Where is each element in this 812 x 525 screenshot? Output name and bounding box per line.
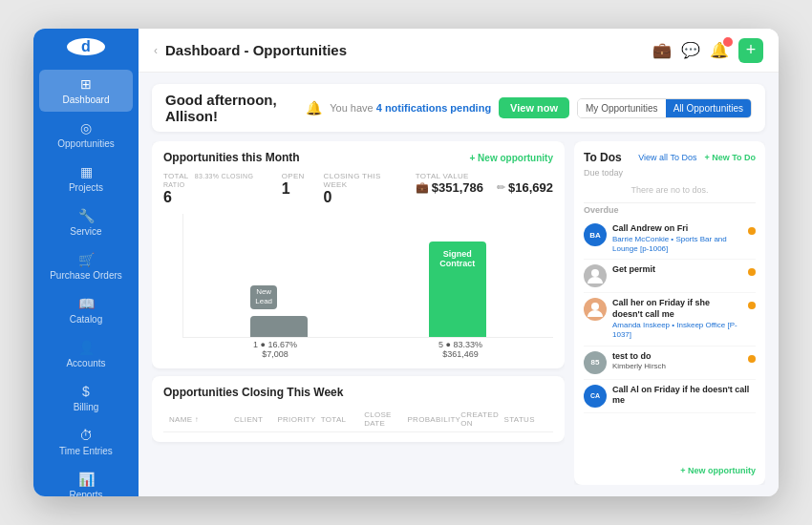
col-client: CLIENT <box>234 410 277 428</box>
sidebar-item-label: Service <box>70 226 101 237</box>
logo[interactable]: d <box>67 38 105 55</box>
accounts-icon: 👤 <box>78 340 95 355</box>
todo-sub-4: Kimberly Hirsch <box>612 362 742 371</box>
bar-signed-contract: SignedContract <box>429 242 486 337</box>
left-panel: Opportunities this Month + New opportuni… <box>152 141 565 485</box>
bar2-pct: 5 ● 83.33% <box>438 340 482 349</box>
new-todo-link[interactable]: + New To Do <box>704 153 756 162</box>
todo-content-3: Call her on Friday if she doesn't call m… <box>612 298 742 340</box>
svg-point-1 <box>591 303 599 310</box>
all-opportunities-tab[interactable]: All Opportunities <box>666 99 751 117</box>
opportunities-panel-title: Opportunities this Month <box>163 151 300 164</box>
stat-total: TOTAL 83.33% CLOSING RATIO 6 <box>163 172 263 206</box>
view-now-button[interactable]: View now <box>499 97 569 118</box>
bar-new-lead-label: NewLead <box>250 285 277 309</box>
todo-sub-3: Amanda Inskeep • Inskeep Office [P-1037] <box>612 321 742 341</box>
person-icon <box>584 264 607 287</box>
col-total: TOTAL <box>321 410 364 428</box>
topbar-actions: 💼 💬 🔔 + <box>652 38 763 63</box>
sidebar-item-label: Accounts <box>66 358 105 368</box>
bar-chart: NewLead SignedContract <box>182 214 553 338</box>
col-status: STATUS <box>504 410 547 428</box>
todo-item-4: 85 test to do Kimberly Hirsch <box>584 346 756 380</box>
briefcase-small-icon: 💼 <box>416 181 429 194</box>
todo-dot-3 <box>748 302 756 309</box>
todo-avatar-5: CA <box>584 385 607 408</box>
no-todos-text: There are no to dos. <box>584 181 756 200</box>
content-area: Good afternoon, Allison! 🔔 You have 4 no… <box>139 73 779 496</box>
bar1-amount: $7,008 <box>253 349 297 359</box>
closing-panel: Opportunities Closing This Week NAME ↑ C… <box>152 376 565 442</box>
chart-inner: NewLead SignedContract <box>183 218 553 337</box>
purchase-orders-icon: 🛒 <box>78 252 95 267</box>
catalog-icon: 📖 <box>78 296 95 311</box>
bar1-footer: 1 ● 16.67% $7,008 <box>253 340 297 359</box>
bar2-footer: 5 ● 83.33% $361,469 <box>438 340 482 359</box>
closing-panel-header: Opportunities Closing This Week <box>163 386 553 399</box>
todo-avatar-3 <box>584 298 607 321</box>
col-created-on: CREATED ON <box>460 410 503 428</box>
sidebar-item-reports[interactable]: 📊 Reports <box>39 465 133 496</box>
sidebar-item-time-entries[interactable]: ⏱ Time Entries <box>39 421 133 463</box>
todo-name-4: test to do <box>612 351 742 363</box>
edit-icon: ✏ <box>497 181 505 194</box>
greeting-bar: Good afternoon, Allison! 🔔 You have 4 no… <box>152 84 765 132</box>
todos-title: To Dos <box>584 151 638 164</box>
todo-dot-1 <box>748 227 756 235</box>
two-column-layout: Opportunities this Month + New opportuni… <box>152 141 765 485</box>
closing-panel-title: Opportunities Closing This Week <box>163 386 343 399</box>
bar-signed-contract-bar: SignedContract <box>429 242 486 337</box>
sidebar-item-label: Catalog <box>70 314 102 325</box>
opportunities-panel-header: Opportunities this Month + New opportuni… <box>163 151 553 164</box>
todo-name-2: Get permit <box>612 264 742 276</box>
overdue-label: Overdue <box>584 205 756 215</box>
stat-open: OPEN 1 <box>282 172 305 206</box>
logo-text: d <box>81 38 91 55</box>
bell-badge <box>723 37 733 47</box>
todo-name-1: Call Andrew on Fri <box>612 223 742 235</box>
chart-footers: 1 ● 16.67% $7,008 5 ● 83.33% $361,469 <box>182 340 553 359</box>
todo-content-5: Call Al on Friday if he doesn't call me <box>612 385 756 407</box>
chat-icon[interactable]: 💬 <box>681 41 700 59</box>
service-icon: 🔧 <box>78 208 95 223</box>
open-label: OPEN <box>282 172 305 180</box>
new-opportunity-bottom-link[interactable]: + New opportunity <box>584 466 756 475</box>
right-panel: To Dos View all To Dos + New To Do Due t… <box>574 141 765 485</box>
dashboard-icon: ⊞ <box>80 76 92 92</box>
todos-header: To Dos View all To Dos + New To Do <box>584 151 756 164</box>
sidebar-item-label: Dashboard <box>63 94 110 105</box>
total-value: 6 <box>163 189 263 206</box>
new-opportunity-link-top[interactable]: + New opportunity <box>470 153 554 163</box>
add-button[interactable]: + <box>738 38 763 63</box>
todos-view-all-link[interactable]: View all To Dos <box>638 153 696 162</box>
bar2-amount: $361,469 <box>438 349 482 359</box>
billing-icon: $ <box>82 384 90 399</box>
todo-avatar-2 <box>584 264 607 287</box>
amount1: $351,786 <box>432 180 483 195</box>
person-icon-3 <box>584 298 607 321</box>
sidebar-item-accounts[interactable]: 👤 Accounts <box>39 333 133 375</box>
sidebar-item-purchase-orders[interactable]: 🛒 Purchase Orders <box>39 245 133 287</box>
todo-name-3: Call her on Friday if she doesn't call m… <box>612 298 742 320</box>
todos-panel: To Dos View all To Dos + New To Do Due t… <box>574 141 765 485</box>
amount2-item: ✏ $16,692 <box>497 180 553 195</box>
due-today-label: Due today <box>584 168 756 178</box>
main-window: d ⊞ Dashboard ◎ Opportunities ▦ Projects… <box>33 29 779 496</box>
amount1-item: 💼 $351,786 <box>416 180 483 195</box>
todo-avatar-4: 85 <box>584 351 607 374</box>
sidebar-item-billing[interactable]: $ Billing <box>39 377 133 419</box>
sidebar: d ⊞ Dashboard ◎ Opportunities ▦ Projects… <box>33 29 139 496</box>
sidebar-item-opportunities[interactable]: ◎ Opportunities <box>39 114 133 156</box>
todo-content-1: Call Andrew on Fri Barrie McConkie • Spo… <box>612 223 742 254</box>
notification-text: You have 4 notifications pending <box>330 102 491 114</box>
todo-content-4: test to do Kimberly Hirsch <box>612 351 742 372</box>
col-probability: PROBABILITY <box>407 410 460 428</box>
todo-item-2: Get permit <box>584 260 756 293</box>
sidebar-item-projects[interactable]: ▦ Projects <box>39 158 133 200</box>
sidebar-item-catalog[interactable]: 📖 Catalog <box>39 289 133 331</box>
briefcase-icon[interactable]: 💼 <box>652 41 672 59</box>
sidebar-item-dashboard[interactable]: ⊞ Dashboard <box>39 70 133 112</box>
bell-icon[interactable]: 🔔 <box>710 41 729 59</box>
my-opportunities-tab[interactable]: My Opportunities <box>578 99 666 117</box>
sidebar-item-service[interactable]: 🔧 Service <box>39 201 133 243</box>
